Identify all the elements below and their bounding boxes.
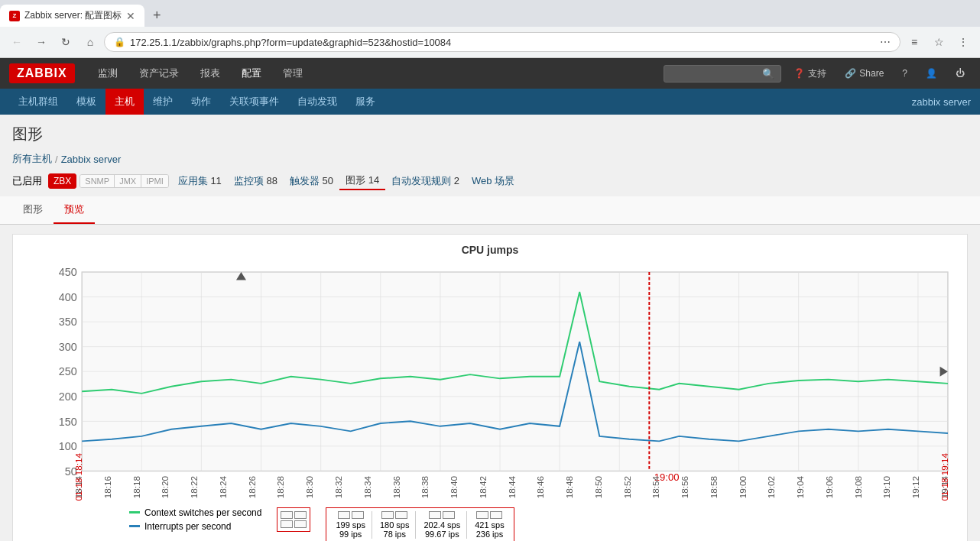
svg-text:19:00: 19:00	[738, 475, 748, 498]
app-header: ZABBIX 监测 资产记录 报表 配置 管理 🔍 ❓ 支持 🔗 Share ?…	[0, 58, 980, 89]
new-tab-button[interactable]: +	[148, 7, 166, 25]
link-triggers[interactable]: 触发器 50	[284, 173, 339, 190]
svg-text:18:18: 18:18	[131, 476, 141, 498]
stats-sps-1: 199 sps	[336, 520, 365, 530]
close-tab-button[interactable]: ✕	[126, 11, 135, 21]
svg-text:19:08: 19:08	[853, 476, 863, 498]
help-button[interactable]: ?	[896, 65, 913, 82]
tabs: 图形 预览	[0, 196, 980, 225]
share-icon: 🔗	[845, 68, 856, 79]
tag-ipmi[interactable]: IPMI	[141, 175, 168, 187]
page-title: 图形	[12, 124, 968, 144]
url-input[interactable]	[130, 37, 875, 48]
link-items[interactable]: 监控项 88	[228, 173, 284, 190]
bookmark-button[interactable]: ☆	[928, 31, 949, 53]
browser-actions: ≡ ☆ ⋮	[904, 31, 974, 53]
nav-monitoring[interactable]: 监测	[87, 58, 128, 89]
tag-snmp[interactable]: SNMP	[80, 175, 115, 187]
sub-nav-services[interactable]: 服务	[346, 89, 385, 115]
svg-text:18:26: 18:26	[247, 476, 257, 498]
power-button[interactable]: ⏻	[949, 65, 971, 82]
nav-assets[interactable]: 资产记录	[128, 58, 190, 89]
stats-icons-1	[338, 511, 364, 519]
svg-text:18:54: 18:54	[651, 475, 660, 498]
svg-text:19:04: 19:04	[795, 475, 805, 498]
svg-text:18:36: 18:36	[391, 476, 401, 498]
sub-nav-hostname: zabbix server	[912, 96, 971, 108]
share-button[interactable]: 🔗 Share	[839, 65, 890, 82]
nav-reports[interactable]: 报表	[190, 58, 231, 89]
stats-icons-3	[429, 511, 455, 519]
legend-green-color	[129, 511, 140, 513]
stats-icon-row2	[281, 520, 307, 528]
cpu-jumps-chart: 50 100 150 200 250 300 350 400 450 19:00	[22, 262, 958, 501]
search-icon[interactable]: 🔍	[762, 68, 774, 79]
sub-nav-maintenance[interactable]: 维护	[144, 89, 182, 115]
svg-text:18:28: 18:28	[275, 476, 285, 498]
stats-icon-s5	[429, 511, 441, 519]
link-discovery-rules[interactable]: 自动发现规则 2	[385, 173, 466, 190]
more-options-icon[interactable]: ⋯	[880, 36, 891, 48]
search-input[interactable]	[670, 68, 762, 79]
forward-button[interactable]: →	[31, 31, 52, 53]
sub-nav-hosts[interactable]: 主机	[105, 89, 144, 115]
address-bar[interactable]: 🔒 ⋯	[104, 32, 900, 52]
back-button[interactable]: ←	[6, 31, 28, 53]
svg-text:18:46: 18:46	[535, 476, 545, 498]
legend-items: Context switches per second Interrupts p…	[129, 507, 261, 532]
svg-text:18:40: 18:40	[449, 475, 459, 498]
svg-text:18:22: 18:22	[189, 476, 199, 498]
sub-nav-discovery[interactable]: 自动发现	[288, 89, 346, 115]
link-web-scenarios[interactable]: Web 场景	[466, 173, 521, 190]
svg-text:18:48: 18:48	[564, 476, 574, 498]
sub-nav-host-groups[interactable]: 主机群组	[9, 89, 67, 115]
support-button[interactable]: ❓ 支持	[787, 64, 832, 83]
svg-text:01-18 19:14: 01-18 19:14	[939, 453, 949, 501]
sub-nav-templates[interactable]: 模板	[67, 89, 105, 115]
sub-nav-actions[interactable]: 动作	[182, 89, 220, 115]
stats-icon-box	[277, 507, 310, 532]
host-nav-links: 应用集 11 监控项 88 触发器 50 图形 14 自动发现规则 2 Web …	[172, 172, 521, 190]
menu-button[interactable]: ⋮	[952, 31, 974, 53]
link-appsets[interactable]: 应用集 11	[172, 173, 228, 190]
stats-icon-2	[294, 511, 307, 519]
svg-text:100: 100	[59, 440, 77, 452]
tag-zbx[interactable]: ZBX	[48, 173, 76, 189]
support-icon: ❓	[793, 68, 805, 79]
browser-toolbar: ← → ↻ ⌂ 🔒 ⋯ ≡ ☆ ⋮	[0, 27, 980, 58]
nav-admin[interactable]: 管理	[272, 58, 313, 89]
sub-nav: 主机群组 模板 主机 维护 动作 关联项事件 自动发现 服务 zabbix se…	[0, 89, 980, 115]
host-tags: 已启用 ZBX SNMP JMX IPMI 应用集 11 监控项 88 触发器 …	[12, 172, 968, 190]
tag-jmx[interactable]: JMX	[115, 175, 141, 187]
enabled-label: 已启用	[12, 174, 42, 188]
main-nav: 监测 资产记录 报表 配置 管理	[87, 58, 313, 89]
sub-nav-correlations[interactable]: 关联项事件	[220, 89, 288, 115]
breadcrumb-all-hosts[interactable]: 所有主机	[12, 152, 52, 166]
tab-graphs[interactable]: 图形	[12, 196, 54, 224]
svg-text:18:32: 18:32	[333, 476, 343, 498]
tab-preview[interactable]: 预览	[54, 196, 95, 224]
svg-text:300: 300	[59, 341, 77, 353]
browser-tab[interactable]: Z Zabbix server: 配置图标 ✕	[0, 5, 144, 27]
svg-text:18:50: 18:50	[593, 475, 603, 498]
svg-text:19:10: 19:10	[881, 475, 891, 498]
user-button[interactable]: 👤	[920, 65, 943, 82]
svg-text:18:20: 18:20	[160, 475, 170, 498]
svg-text:350: 350	[59, 316, 77, 328]
svg-text:200: 200	[59, 390, 77, 403]
stats-col-2: 180 sps 78 ips	[374, 511, 417, 539]
nav-config[interactable]: 配置	[231, 58, 272, 89]
breadcrumb-host[interactable]: Zabbix server	[61, 154, 122, 165]
svg-text:400: 400	[59, 291, 77, 303]
svg-text:250: 250	[59, 365, 77, 377]
link-graphs[interactable]: 图形 14	[339, 172, 385, 190]
stats-icon-3	[281, 520, 293, 528]
home-button[interactable]: ⌂	[80, 31, 101, 53]
stats-icon-s1	[338, 511, 350, 519]
extensions-button[interactable]: ≡	[904, 31, 925, 53]
svg-text:18:38: 18:38	[420, 476, 430, 498]
reload-button[interactable]: ↻	[55, 31, 76, 53]
search-box[interactable]: 🔍	[664, 65, 781, 83]
stats-ips-4: 236 ips	[476, 530, 503, 539]
stats-boxes: 199 sps 99 ips 180 sps 78 ips	[326, 507, 514, 542]
